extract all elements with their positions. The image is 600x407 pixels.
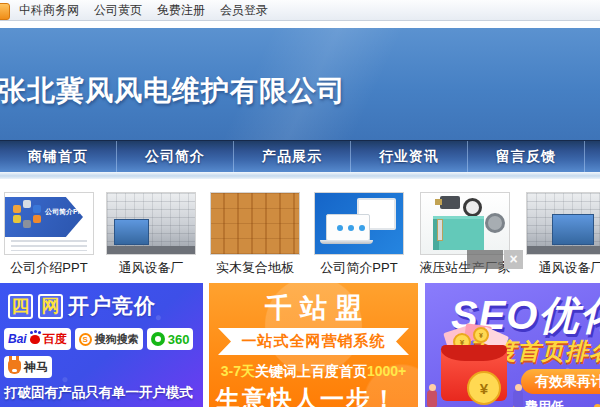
site-logo-icon [0, 3, 10, 20]
ad3-bullets: 费用低 [513, 398, 600, 407]
shenma-logo-text: 神马 [24, 359, 48, 376]
red-envelope-illustration: ¥ ¥ ¥ [427, 327, 525, 407]
ad3-bullet [594, 404, 600, 407]
product-caption[interactable]: 公司介绍PPT [3, 259, 95, 277]
ppt-arrow-shape [5, 197, 83, 237]
caption-ad-overlay [467, 250, 503, 269]
ad2-highlight: 3-7天 [221, 363, 255, 379]
ad2-promo-line: 3-7天关键词上百度首页1000+ [209, 363, 418, 381]
bullet-dot-icon [594, 404, 600, 407]
ad-banner-kaihu[interactable]: 四 网 开户竞价 Bai 百度 S 搜狗搜索 360 神马 [0, 283, 203, 407]
qihoo360-icon [151, 332, 165, 346]
toplink-yellow-pages[interactable]: 公司黄页 [94, 2, 142, 19]
company-name: 张北冀风风电维护有限公司 [0, 72, 346, 110]
person-illustration [427, 390, 437, 407]
product-item[interactable]: 公司简介PPT 公司介绍PPT [3, 192, 95, 277]
ad3-bullet-label: 费用低 [525, 398, 564, 407]
product-item[interactable]: 实木复合地板 [209, 192, 301, 277]
hydraulic-brass-fitting [435, 199, 442, 205]
person-illustration [513, 390, 523, 407]
nav-products[interactable]: 产品展示 [234, 141, 351, 172]
ad1-title: 四 网 开户竞价 [8, 292, 156, 320]
laptop-screen-shape [326, 214, 370, 242]
laptop-base-shape [320, 240, 373, 244]
product-item[interactable]: 通风设备厂 [105, 192, 197, 277]
ad2-title: 千站盟 [209, 290, 418, 326]
qihoo360-logo-text: 360 [168, 332, 190, 347]
nav-bottom-strip [0, 172, 600, 179]
baidu-logo: Bai 百度 [4, 328, 71, 350]
sogou-logo: S 搜狗搜索 [75, 328, 143, 350]
product-thumbnail-factory[interactable] [526, 192, 600, 255]
main-nav: 商铺首页 公司简介 产品展示 行业资讯 留言反馈 [0, 140, 600, 172]
baidu-paw-icon [30, 335, 40, 344]
product-item[interactable]: 通风设备厂 [525, 192, 600, 277]
qihoo360-logo: 360 [147, 328, 194, 350]
product-caption[interactable]: 实木复合地板 [209, 259, 301, 277]
ad1-title-box: 四 [8, 294, 33, 319]
ad1-logo-row: 神马 [4, 356, 52, 378]
factory-blue-machine [552, 214, 594, 245]
ad-banner-qianzhanmeng[interactable]: 千站盟 一站式全网营销系统 3-7天关键词上百度首页1000+ 生意快人一步！ [209, 283, 418, 407]
ad2-highlight: 1000+ [367, 363, 406, 379]
product-thumbnail-factory[interactable] [106, 192, 196, 255]
ad2-slogan: 生意快人一步！ [216, 383, 398, 407]
nav-feedback[interactable]: 留言反馈 [468, 141, 585, 172]
hydraulic-sight-tube [437, 219, 443, 242]
gold-coin-icon: ¥ [467, 371, 501, 405]
product-caption[interactable]: 通风设备厂 [525, 259, 600, 277]
close-icon[interactable]: × [504, 250, 523, 269]
baidu-logo-text: Bai [8, 332, 27, 346]
hydraulic-pump-shape [440, 196, 459, 209]
product-thumbnail-hydraulic-station[interactable] [420, 192, 510, 255]
hydraulic-cylinder-shape [485, 213, 505, 233]
ad1-title-rest: 开户竞价 [68, 292, 156, 320]
ad1-logo-row: Bai 百度 S 搜狗搜索 360 [4, 328, 193, 350]
ad2-line-mid: 关键词上百度首页 [255, 363, 367, 379]
factory-blue-machine [114, 219, 149, 245]
sogou-logo-text: 搜狗搜索 [95, 332, 139, 347]
baidu-logo-cn: 百度 [43, 331, 67, 348]
ad1-slogan: 打破固有产品只有单一开户模式 [4, 384, 193, 402]
gold-coin-icon: ¥ [473, 327, 489, 343]
shenma-horse-icon [8, 360, 21, 374]
hydraulic-gauge-icon [463, 198, 482, 217]
page: 中科商务网 公司黄页 免费注册 会员登录 张北冀风风电维护有限公司 商铺首页 公… [0, 0, 600, 407]
ad3-pricing-button[interactable]: 有效果再计费 [521, 369, 600, 394]
ppt-hexagon-icons [13, 205, 21, 213]
factory-floor [107, 246, 195, 254]
shenma-logo: 神马 [4, 356, 52, 378]
nav-company-profile[interactable]: 公司简介 [117, 141, 234, 172]
nav-shop-home[interactable]: 商铺首页 [0, 141, 117, 172]
product-item[interactable]: 公司简介PPT [313, 192, 405, 277]
company-banner: 张北冀风风电维护有限公司 [0, 28, 600, 141]
factory-floor [527, 246, 600, 254]
top-utility-bar: 中科商务网 公司黄页 免费注册 会员登录 [0, 0, 600, 21]
ad-banner-seo[interactable]: SEO优化 百度首页排名 有效果再计费 费用低 ¥ ¥ ¥ [425, 283, 600, 407]
ad1-title-box: 网 [38, 294, 63, 319]
sogou-icon: S [79, 333, 92, 346]
product-caption[interactable]: 通风设备厂 [105, 259, 197, 277]
toplink-login[interactable]: 会员登录 [220, 2, 268, 19]
product-thumbnail-wood-floor[interactable] [210, 192, 300, 255]
ad2-ribbon: 一站式全网营销系统 [218, 328, 409, 355]
ppt-text-lines [11, 240, 87, 251]
toplink-home[interactable]: 中科商务网 [19, 2, 79, 19]
product-caption[interactable]: 公司简介PPT [313, 259, 405, 277]
product-thumbnail-laptop-ppt[interactable] [314, 192, 404, 255]
product-thumbnail-ppt-cover[interactable]: 公司简介PPT [4, 192, 94, 255]
nav-industry-news[interactable]: 行业资讯 [351, 141, 468, 172]
ppt-slide-title: 公司简介PPT [45, 207, 87, 217]
toplink-register[interactable]: 免费注册 [157, 2, 205, 19]
